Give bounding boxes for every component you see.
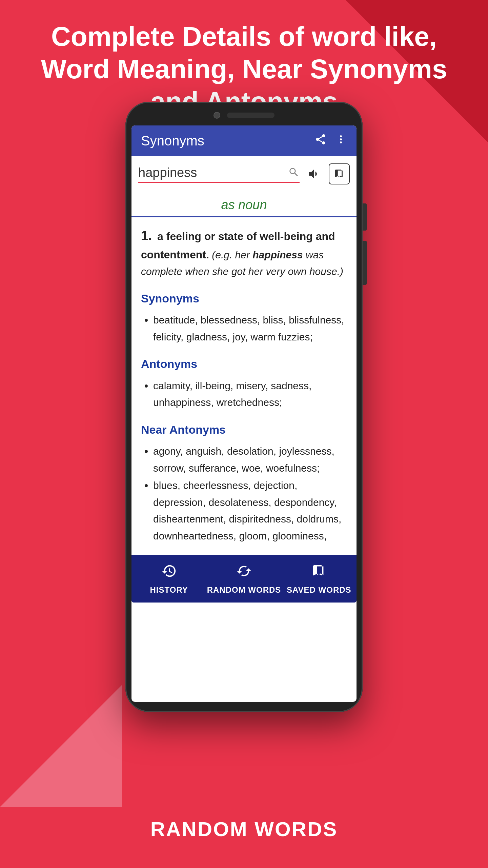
saved-words-icon — [311, 563, 327, 583]
nav-history-label: HISTORY — [150, 585, 188, 595]
save-word-button[interactable] — [329, 163, 350, 184]
phone-camera — [214, 112, 220, 119]
list-item: blues, cheerlessness, dejection, depress… — [153, 477, 347, 544]
sound-button[interactable] — [304, 163, 325, 184]
bottom-random-words-label: RANDOM WORDS — [0, 817, 488, 841]
share-icon[interactable] — [314, 133, 327, 149]
topbar-icons — [314, 133, 347, 149]
word-content: 1. a feeling or state of well-being and … — [131, 217, 357, 555]
list-item: calamity, ill-being, misery, sadness, un… — [153, 377, 347, 411]
antonyms-list: calamity, ill-being, misery, sadness, un… — [141, 377, 347, 411]
phone-side-button-1 — [363, 203, 367, 231]
bottom-nav: HISTORY RANDOM WORDS — [131, 555, 357, 603]
list-item: beatitude, blessedness, bliss, blissfuln… — [153, 312, 347, 345]
search-input-wrapper — [138, 165, 300, 183]
word-type: as noun — [131, 192, 357, 217]
search-bar — [131, 156, 357, 192]
nav-random-words-label: RANDOM WORDS — [207, 585, 281, 595]
near-antonyms-list: agony, anguish, desolation, joylessness,… — [141, 443, 347, 544]
search-input[interactable] — [138, 165, 300, 183]
phone-side-button-2 — [363, 241, 367, 285]
nav-saved-words[interactable]: SAVED WORDS — [282, 555, 357, 603]
random-words-icon — [236, 563, 252, 583]
near-antonyms-label: Near Antonyms — [141, 420, 347, 439]
phone-top-bar — [131, 112, 357, 119]
phone-speaker — [227, 113, 274, 118]
phone-frame: Synonyms — [125, 102, 363, 712]
search-icon — [288, 166, 300, 181]
phone-screen: Synonyms — [131, 125, 357, 702]
definition-number: 1. — [141, 229, 152, 243]
nav-history[interactable]: HISTORY — [131, 555, 206, 603]
list-item: agony, anguish, desolation, joylessness,… — [153, 443, 347, 476]
synonyms-label: Synonyms — [141, 289, 347, 308]
phone-mockup: Synonyms — [125, 102, 363, 712]
more-options-icon[interactable] — [335, 133, 347, 149]
nav-random-words[interactable]: RANDOM WORDS — [206, 555, 281, 603]
nav-saved-words-label: SAVED WORDS — [287, 585, 351, 595]
bg-decoration-bottom — [0, 685, 122, 807]
app-topbar: Synonyms — [131, 125, 357, 156]
history-icon — [161, 563, 177, 583]
app-title: Synonyms — [141, 133, 204, 149]
synonyms-list: beatitude, blessedness, bliss, blissfuln… — [141, 312, 347, 345]
antonyms-label: Antonyms — [141, 355, 347, 373]
definition-1: 1. a feeling or state of well-being and … — [141, 225, 347, 280]
